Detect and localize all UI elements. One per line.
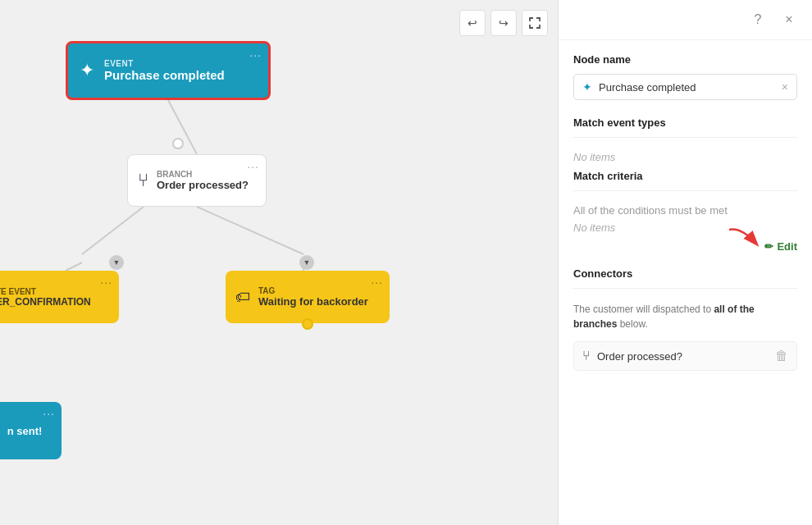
svg-point-5	[173, 139, 183, 148]
tag-connector-circle	[302, 318, 313, 330]
filter-icon-right: ▼	[299, 255, 314, 270]
te-event-node[interactable]: TE EVENT ER_CONFIRMATION ···	[0, 271, 119, 323]
node-name-input[interactable]	[599, 81, 775, 94]
connector-item[interactable]: ⑂ Order processed? 🗑	[573, 341, 797, 371]
connectors-title: Connectors	[573, 267, 797, 280]
connector-delete-button[interactable]: 🗑	[775, 349, 788, 363]
panel-close-button[interactable]: ×	[778, 8, 801, 31]
expand-button[interactable]	[522, 10, 548, 36]
divider-2	[573, 190, 797, 191]
tag-icon: 🏷	[235, 289, 250, 306]
branch-node[interactable]: ⑂ BRANCH Order processed? ···	[127, 154, 267, 207]
edit-button[interactable]: ✏ Edit	[764, 240, 797, 253]
branch-node-text: BRANCH Order processed?	[157, 170, 249, 191]
sent-node[interactable]: ··· n sent!	[0, 402, 62, 459]
match-event-types-title: Match event types	[573, 116, 797, 129]
svg-line-0	[168, 100, 197, 154]
event-node[interactable]: ✦ EVENT Purchase completed ···	[66, 41, 271, 100]
edit-pencil-icon: ✏	[764, 240, 773, 253]
node-name-input-wrapper[interactable]: ✦ ×	[573, 74, 797, 100]
sent-node-text: ··· n sent!	[7, 425, 43, 437]
node-name-clear-button[interactable]: ×	[782, 80, 788, 94]
tag-node-text: TAG Waiting for backorder	[258, 286, 368, 308]
canvas-area: ↩ ↪ ✦ EVENT Purcha	[0, 0, 558, 525]
edit-row: ✏ Edit	[573, 240, 797, 253]
divider-1	[573, 137, 797, 138]
connector-item-name: Order processed?	[597, 350, 682, 363]
right-panel: ? × Node name ✦ × Match event types No i…	[558, 0, 812, 525]
no-items-1: No items	[573, 151, 797, 163]
svg-line-1	[82, 207, 144, 254]
match-criteria-title: Match criteria	[573, 170, 797, 182]
panel-help-button[interactable]: ?	[746, 8, 769, 31]
event-icon: ✦	[80, 62, 94, 80]
connectors-bold-2: branches	[573, 318, 617, 330]
connector-branch-icon: ⑂	[582, 349, 591, 363]
te-event-text: TE EVENT ER_CONFIRMATION	[0, 287, 91, 308]
connector-item-left: ⑂ Order processed?	[582, 349, 682, 363]
svg-line-3	[66, 262, 82, 271]
branch-icon: ⑂	[138, 170, 148, 191]
svg-line-2	[197, 207, 303, 254]
undo-button[interactable]: ↩	[459, 10, 486, 36]
toolbar: ↩ ↪	[459, 10, 548, 36]
filter-icon-left: ▼	[109, 255, 124, 270]
node-name-section-title: Node name	[573, 53, 797, 66]
panel-header: ? ×	[559, 0, 812, 40]
divider-3	[573, 288, 797, 289]
panel-body: Node name ✦ × Match event types No items…	[559, 40, 812, 525]
tag-node[interactable]: 🏷 TAG Waiting for backorder ···	[226, 271, 390, 323]
connectors-description: The customer will dispatched to all of t…	[573, 302, 797, 331]
red-arrow-icon	[725, 226, 766, 250]
conditions-text: All of the conditions must be met	[573, 204, 797, 217]
connectors-bold-1: all of the	[714, 304, 754, 315]
redo-button[interactable]: ↪	[490, 10, 517, 36]
event-node-text: EVENT Purchase completed	[104, 59, 225, 82]
node-name-icon: ✦	[582, 80, 592, 94]
